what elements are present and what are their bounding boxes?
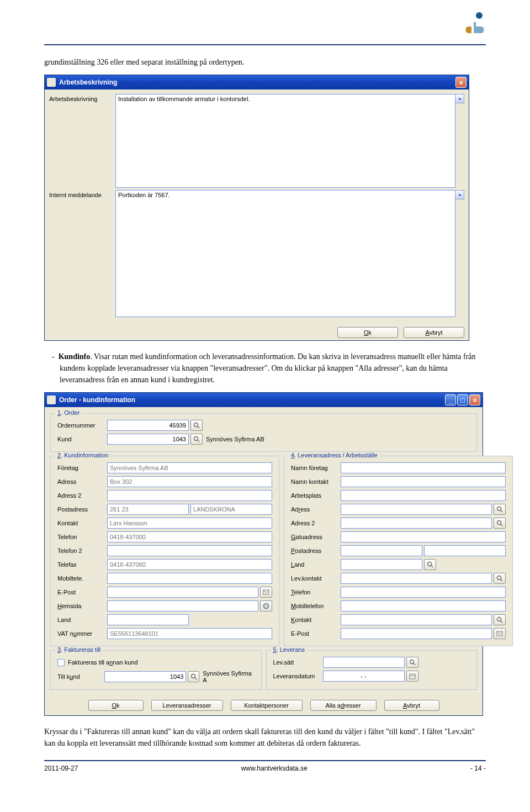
- lev-adress-label: Adress: [291, 506, 341, 513]
- lev-adress2-input[interactable]: [341, 518, 492, 529]
- namnkontakt-label: Namn kontakt: [291, 478, 341, 485]
- svg-point-3: [194, 437, 198, 441]
- levsatt-label: Lev.sätt: [273, 659, 323, 666]
- lev-kontakt-input[interactable]: [341, 614, 492, 625]
- epost-input: [107, 587, 258, 598]
- ok-button[interactable]: Ok: [88, 700, 144, 711]
- lookup-icon[interactable]: [494, 518, 506, 529]
- panel-faktureras: 3. Faktureras till Faktureras till annan…: [50, 650, 262, 690]
- gatu-input[interactable]: [341, 531, 506, 542]
- lev-land-input[interactable]: [341, 559, 422, 570]
- lev-epost-label: E-Post: [291, 630, 341, 637]
- lookup-icon[interactable]: [494, 504, 506, 515]
- panel-order: 1. Order Ordernummer Kund Synnöves Syfir…: [50, 413, 477, 452]
- lev-kontakt-label: Kontakt: [291, 616, 341, 623]
- kontaktpersoner-button[interactable]: Kontaktpersoner: [231, 700, 303, 711]
- titlebar[interactable]: Order - kundinformation _ □ ×: [45, 393, 483, 407]
- tillkund-input[interactable]: [104, 671, 186, 682]
- arbetsplats-input[interactable]: [341, 490, 506, 501]
- svg-point-11: [428, 562, 432, 566]
- kund-label: Kund: [57, 436, 107, 442]
- lev-adress2-label: Adress 2: [291, 520, 341, 526]
- telefon2-label: Telefon 2: [57, 547, 107, 554]
- adress2-label: Adress 2: [57, 492, 107, 499]
- mail-icon[interactable]: [494, 628, 506, 639]
- maximize-icon[interactable]: □: [457, 394, 468, 405]
- avbryt-button[interactable]: Avbryt: [384, 700, 439, 711]
- ordernummer-label: Ordernummer: [57, 422, 107, 429]
- ordernummer-input[interactable]: [107, 420, 189, 431]
- minimize-icon[interactable]: _: [445, 394, 456, 405]
- svg-point-18: [191, 674, 195, 678]
- kundinfo-paragraph: - Kundinfo. Visar rutan med kundinformat…: [44, 351, 486, 386]
- svg-point-9: [497, 521, 501, 525]
- mobil-input: [107, 573, 272, 584]
- kund-input[interactable]: [107, 434, 189, 445]
- close-icon[interactable]: ×: [469, 394, 480, 405]
- telefax-input: [107, 559, 272, 570]
- scroll-up-icon[interactable]: [455, 190, 464, 199]
- lev-postnr-input[interactable]: [341, 545, 422, 556]
- arbetsbeskrivning-textarea[interactable]: Installation av tillkommande armatur i k…: [115, 94, 455, 188]
- titlebar[interactable]: Arbetsbeskrivning ×: [45, 75, 469, 89]
- epost-label: E-Post: [57, 589, 107, 595]
- arbetsbeskrivning-window: Arbetsbeskrivning × Arbetsbeskrivning In…: [44, 75, 469, 341]
- allaadresser-button[interactable]: Alla adresser: [310, 700, 377, 711]
- faktureras-checkbox[interactable]: [57, 659, 65, 666]
- scroll-up-icon[interactable]: [455, 94, 464, 103]
- lookup-icon[interactable]: [494, 573, 506, 584]
- lookup-icon[interactable]: [190, 420, 203, 431]
- lookup-icon[interactable]: [494, 614, 506, 625]
- internt-label: Internt meddelande: [49, 190, 115, 198]
- telefax-label: Telefax: [57, 561, 107, 568]
- land-label: Land: [57, 616, 107, 623]
- levdatum-input[interactable]: [323, 671, 405, 682]
- internt-textarea[interactable]: Portkoden är 7567.: [115, 190, 455, 317]
- panel4-label: 4. Leveransadress / Arbetsställe: [289, 452, 380, 458]
- leveransadresser-button[interactable]: Leveransadresser: [151, 700, 223, 711]
- close-icon[interactable]: ×: [455, 77, 467, 88]
- panel-kundinformation: 2. Kundinformation Företag Adress Adress…: [50, 456, 279, 646]
- namnkontakt-input[interactable]: [341, 476, 506, 487]
- levdatum-label: Leveransdatum: [273, 673, 323, 679]
- tillkund-name: Synnöves Syfirma A: [203, 670, 254, 683]
- panel3-label: 3. Faktureras till: [55, 646, 103, 653]
- lookup-icon[interactable]: [190, 434, 203, 445]
- namnforetag-input[interactable]: [341, 462, 506, 473]
- lookup-icon[interactable]: [188, 671, 199, 682]
- telefon2-input: [107, 545, 272, 556]
- svg-line-19: [195, 678, 197, 679]
- lev-postort-input[interactable]: [424, 545, 506, 556]
- hemsida-input[interactable]: [107, 600, 258, 611]
- svg-point-0: [476, 12, 483, 19]
- avbryt-button[interactable]: Avbryt: [404, 327, 464, 338]
- kontakt-input: [107, 518, 272, 529]
- levkontakt-label: Lev.kontakt: [291, 575, 341, 582]
- panel-order-label: 1. Order: [55, 409, 82, 416]
- svg-point-1: [194, 423, 198, 427]
- lev-telefon-input[interactable]: [341, 587, 506, 598]
- ok-button[interactable]: Ok: [337, 327, 398, 338]
- mail-icon[interactable]: [260, 587, 272, 598]
- postadress-label: Postadress: [57, 506, 107, 513]
- vat-input: [107, 628, 272, 639]
- browser-icon[interactable]: [260, 600, 272, 611]
- window-title: Arbetsbeskrivning: [59, 78, 117, 86]
- svg-line-2: [198, 426, 199, 428]
- svg-point-20: [410, 660, 414, 664]
- lev-mobil-input[interactable]: [341, 600, 506, 611]
- calendar-icon[interactable]: [406, 671, 418, 682]
- levsatt-input[interactable]: [323, 657, 405, 668]
- svg-point-13: [497, 576, 501, 580]
- land-input: [107, 614, 189, 625]
- lookup-icon[interactable]: [406, 657, 418, 668]
- svg-line-14: [501, 579, 502, 581]
- kontakt-label: Kontakt: [57, 520, 107, 526]
- lookup-icon[interactable]: [424, 559, 436, 570]
- panel2-label: 2. Kundinformation: [55, 452, 110, 458]
- lev-adress-input[interactable]: [341, 504, 492, 515]
- arbetsplats-label: Arbetsplats: [291, 492, 341, 499]
- adress2-input: [107, 490, 272, 501]
- levkontakt-input[interactable]: [341, 573, 492, 584]
- lev-epost-input[interactable]: [341, 628, 492, 639]
